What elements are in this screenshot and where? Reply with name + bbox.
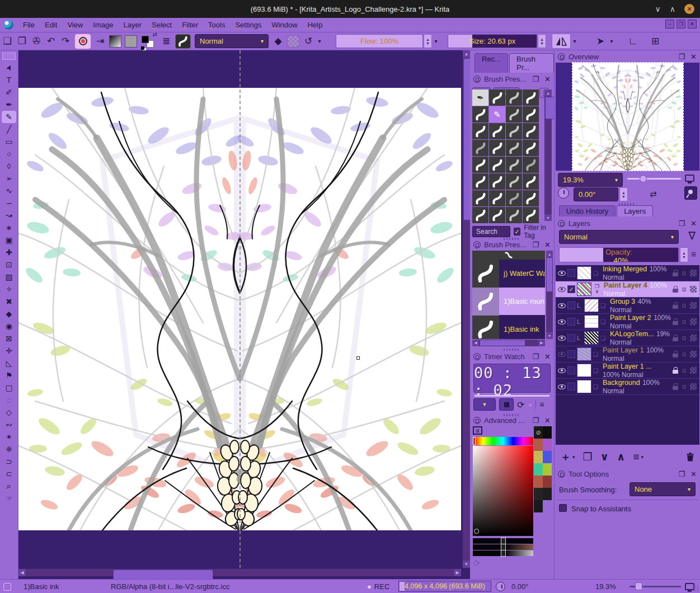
layer-menu-icon[interactable]: ≡ — [691, 250, 696, 260]
docker-lock-icon[interactable] — [558, 220, 565, 227]
toolbar-icon-button[interactable]: ↶ — [44, 34, 58, 49]
mdi-minimize-icon[interactable]: − — [665, 20, 674, 29]
brush-preset-list-item[interactable]: 1)Basic roun — [472, 288, 545, 316]
trim-icon[interactable]: ∟ — [626, 34, 640, 49]
filter-in-tag-checkbox[interactable]: ✓ — [514, 228, 520, 236]
layer-row[interactable]: ✓ L ❐∨ ❏ Background 100% Normal α — [556, 379, 699, 395]
add-layer-dropdown-icon[interactable]: ▾ — [572, 454, 575, 460]
docker-lock-icon[interactable] — [558, 470, 565, 478]
close-docker-icon[interactable]: ✕ — [544, 241, 551, 249]
foreground-color[interactable] — [142, 36, 149, 43]
brush-preset-cell[interactable] — [506, 190, 522, 206]
tool-button[interactable]: ✎ — [2, 111, 16, 123]
export-icon[interactable]: ⇥ — [93, 34, 107, 49]
docker-lock-icon[interactable] — [473, 76, 481, 83]
layer-lock-icon[interactable] — [673, 321, 678, 325]
color-history-swatch[interactable] — [534, 488, 543, 500]
record-button[interactable] — [74, 34, 91, 49]
scroll-up-icon[interactable]: ▲ — [544, 90, 552, 96]
layer-opacity-slider[interactable]: Opacity:40% — [559, 247, 679, 262]
inherit-alpha-icon[interactable] — [690, 367, 697, 374]
float-docker-icon[interactable]: ❐ — [678, 53, 685, 61]
tool-button[interactable]: ╱ — [2, 123, 16, 135]
alpha-lock-icon[interactable]: α — [682, 383, 686, 390]
reload-dropdown-icon[interactable]: ▾ — [316, 34, 323, 48]
float-docker-icon[interactable]: ❐ — [678, 219, 685, 228]
layer-visibility-icon[interactable] — [558, 287, 566, 292]
rotation-spinner[interactable]: ▲▼ — [619, 187, 628, 201]
flow-dropdown-icon[interactable]: ▾ — [432, 34, 440, 48]
brush-preset-cell[interactable] — [489, 123, 505, 139]
tool-button[interactable]: ⚑ — [2, 369, 16, 382]
tool-button[interactable]: ✧ — [2, 283, 16, 295]
layer-blending-dropdown[interactable]: Normal ▾ — [559, 230, 679, 244]
layer-select-box[interactable]: ✓ — [567, 269, 575, 277]
group-icons[interactable]: ❐∨ — [593, 284, 601, 294]
brush-preset-cell[interactable] — [506, 173, 522, 190]
tool-button[interactable]: ↝ — [2, 209, 16, 222]
inherit-alpha-icon[interactable] — [690, 383, 697, 390]
menu-item[interactable]: Settings — [230, 19, 266, 31]
color-history-swatch[interactable] — [543, 476, 552, 488]
brush-preset-cell[interactable] — [472, 140, 488, 156]
menu-item[interactable]: Layer — [118, 19, 147, 31]
no-color-swatch[interactable]: ⊘ — [534, 426, 543, 439]
layer-row[interactable]: ✓ L ❐∨ ❏ Paint Layer 1 100% Normal α — [556, 346, 699, 363]
layer-lock-icon[interactable] — [673, 305, 678, 309]
alpha-lock-icon[interactable]: α — [682, 366, 686, 374]
layer-lock-icon[interactable] — [673, 337, 678, 341]
scroll-left-icon[interactable]: ◀ — [18, 569, 26, 576]
menu-item[interactable]: Filter — [177, 19, 203, 31]
scroll-right-icon[interactable]: ▶ — [454, 569, 461, 576]
brush-preset-cell[interactable] — [489, 190, 505, 206]
layer-row[interactable]: ✓ L ❐∨ ❏ Paint Layer 2 100% Normal α — [556, 314, 699, 330]
layer-row[interactable]: ✓ L ❐∨ ❏ Paint Layer 1 ... 100% Normal α — [556, 363, 699, 379]
toolbar-icon-button[interactable]: ✇ — [30, 34, 43, 49]
brush-preset-cell[interactable] — [489, 90, 505, 106]
inherit-alpha-icon[interactable] — [690, 335, 697, 341]
brush-preset-cell[interactable] — [523, 157, 539, 173]
tool-button[interactable]: ⊡ — [2, 258, 16, 271]
menu-item[interactable]: Image — [88, 19, 118, 31]
layer-row[interactable]: ✓ L ❐∨ ❏ Inking Merged 100% Normal α — [556, 265, 699, 281]
search-input[interactable]: Search — [472, 226, 510, 237]
float-docker-icon[interactable]: ❐ — [532, 416, 539, 425]
layer-thumbnail[interactable] — [577, 266, 591, 280]
menu-item[interactable]: Window — [266, 19, 302, 31]
layer-visibility-icon[interactable] — [558, 368, 566, 373]
brush-preset-cell[interactable] — [489, 207, 505, 223]
tool-button[interactable]: ⊂ — [2, 468, 16, 480]
layer-visibility-icon[interactable] — [558, 352, 566, 357]
tab-undo-history[interactable]: Undo History — [559, 205, 616, 217]
selection-display-checkbox[interactable] — [3, 583, 11, 591]
layer-lock-icon[interactable] — [673, 370, 678, 374]
properties-dropdown-icon[interactable]: ▾ — [641, 454, 644, 460]
layer-visibility-icon[interactable] — [558, 319, 566, 324]
delete-layer-button[interactable] — [685, 452, 695, 462]
close-icon[interactable]: ✕ — [684, 4, 694, 14]
layer-select-box[interactable]: ✓ — [567, 366, 575, 374]
timer-reset-icon[interactable]: ⟳ — [517, 399, 524, 410]
alpha-lock-icon[interactable]: α — [682, 334, 686, 342]
layer-visibility-icon[interactable] — [558, 271, 566, 276]
brush-preset-cell[interactable] — [489, 157, 505, 173]
menu-item[interactable]: Tools — [203, 19, 230, 31]
brush-preset-cell[interactable] — [523, 90, 539, 106]
fg-bg-color-chooser[interactable]: ⇄ — [141, 34, 157, 49]
layer-select-box[interactable]: ✓ — [567, 350, 575, 358]
overview-rotation-spinbox[interactable]: 0.00° — [574, 187, 618, 201]
inherit-alpha-icon[interactable] — [690, 318, 697, 325]
color-history-swatch[interactable] — [534, 439, 543, 451]
layer-thumbnail[interactable] — [584, 315, 599, 328]
layer-lock-icon[interactable] — [673, 354, 678, 357]
inherit-alpha-icon[interactable] — [690, 270, 697, 276]
close-docker-icon[interactable]: ✕ — [690, 53, 697, 61]
horizontal-scrollbar[interactable]: ◀ ▶ — [18, 568, 461, 576]
fit-canvas-icon[interactable] — [685, 175, 694, 182]
menu-item[interactable]: View — [62, 19, 88, 31]
brush-preset-cell[interactable] — [489, 106, 505, 123]
scroll-down-icon[interactable]: ▼ — [544, 214, 552, 221]
brush-preset-cell[interactable] — [506, 106, 522, 123]
docker-lock-icon[interactable] — [558, 53, 565, 60]
tool-button[interactable]: ➢ — [2, 172, 16, 185]
